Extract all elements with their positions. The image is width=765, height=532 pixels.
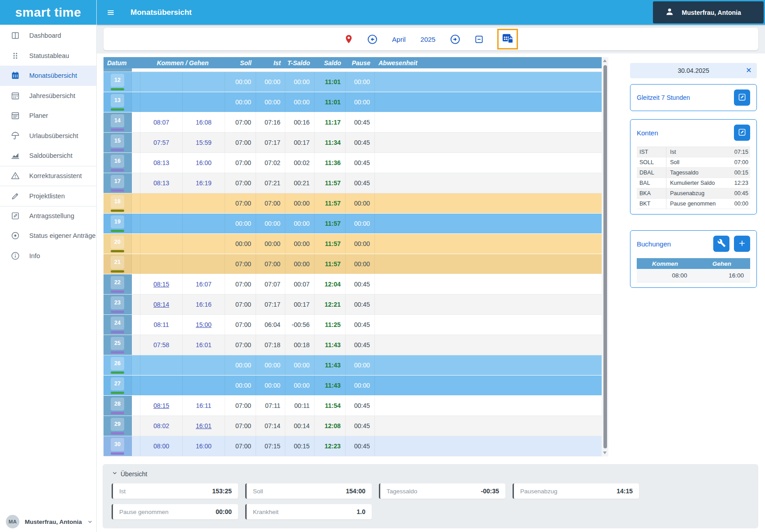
gehen-time[interactable]: 16:00 <box>196 443 212 450</box>
table-row[interactable]: 13 00:00 00:00 00:00 11:01 00:00 <box>104 92 602 112</box>
gehen-time[interactable]: 15:59 <box>196 139 212 146</box>
table-row[interactable]: 22 08:15 16:07 07:00 07:07 00:07 12:04 0… <box>104 274 602 295</box>
month-select[interactable]: April <box>391 36 406 43</box>
pen-icon <box>10 191 21 201</box>
table-row[interactable]: 14 08:07 16:08 07:00 07:16 00:16 11:17 0… <box>104 112 602 133</box>
scroll-up-icon[interactable] <box>603 59 607 62</box>
kommen-time[interactable]: 08:15 <box>153 402 169 409</box>
overview-title: Übersicht <box>121 470 147 478</box>
buchungen-col-kommen: Kommen <box>637 258 693 269</box>
kommen-time[interactable]: 08:00 <box>153 443 169 450</box>
table-row[interactable]: 21 07:00 07:00 00:00 11:57 00:00 <box>104 254 602 274</box>
kommen-time[interactable]: 07:57 <box>153 139 169 146</box>
scroll-down-icon[interactable] <box>603 452 607 454</box>
day-badge: 21 <box>111 256 124 269</box>
previous-month-icon[interactable] <box>367 34 378 45</box>
kommen-time[interactable]: 08:13 <box>153 179 169 187</box>
sidebar-item-statustableau[interactable]: Statustableau <box>0 46 96 66</box>
close-icon[interactable] <box>745 66 753 74</box>
location-pin-icon[interactable] <box>344 34 354 44</box>
buchungen-tools-button[interactable] <box>713 236 729 252</box>
gehen-time[interactable]: 16:01 <box>196 341 212 349</box>
year-select[interactable]: 2025 <box>419 36 436 43</box>
table-row[interactable]: 25 07:58 16:01 07:00 07:18 00:18 11:43 0… <box>104 335 602 355</box>
table-row[interactable]: 28 08:15 16:11 07:00 07:11 00:11 11:54 0… <box>104 396 602 416</box>
close-month-button[interactable] <box>497 29 518 49</box>
sidebar-item-planer[interactable]: Planer <box>0 106 96 126</box>
gehen-time[interactable]: 15:00 <box>196 321 212 328</box>
overview-card: Pause genommen 00:00 <box>112 504 238 519</box>
gehen-time[interactable]: 16:16 <box>196 301 212 308</box>
sidebar-item-label: Dashboard <box>29 32 61 39</box>
edit-gleitzeit-button[interactable] <box>734 89 750 106</box>
konto-value: 12:23 <box>727 180 750 186</box>
tsaldo-value: 00:21 <box>285 173 315 193</box>
buchungen-body: 08:00 16:00 <box>637 269 750 282</box>
day-status-bar <box>111 432 124 434</box>
konto-value: 07:15 <box>727 149 750 155</box>
kommen-time[interactable]: 08:07 <box>153 119 169 126</box>
sidebar-item-label: Monatsübersicht <box>29 72 77 79</box>
table-row[interactable]: 23 08:14 16:16 07:00 07:17 00:17 12:21 0… <box>104 295 602 315</box>
buchung-row[interactable]: 08:00 16:00 <box>637 269 750 282</box>
kommen-time[interactable]: 08:13 <box>153 159 169 166</box>
edit-konten-button[interactable] <box>734 125 750 141</box>
abwesenheit-cell <box>375 295 602 314</box>
add-buchung-button[interactable] <box>734 236 750 252</box>
tsaldo-value: 00:16 <box>285 112 315 132</box>
table-row[interactable]: 17 08:13 16:19 07:00 07:21 00:21 11:57 0… <box>104 173 602 193</box>
sidebar-item-urlaubs-bersicht[interactable]: Urlaubsübersicht <box>0 126 96 146</box>
sidebar-item-saldo-bersicht[interactable]: Saldoübersicht <box>0 146 96 166</box>
user-menu[interactable]: Musterfrau, Antonia <box>653 1 764 23</box>
table-row[interactable]: 20 00:00 00:00 00:00 11:57 00:00 <box>104 234 602 254</box>
soll-value: 07:00 <box>225 133 256 152</box>
sidebar-item-status-eigener-antr-ge[interactable]: Status eigener Anträge <box>0 226 96 246</box>
kommen-time[interactable]: 08:15 <box>153 281 169 288</box>
chevron-down-icon[interactable] <box>86 518 94 525</box>
tsaldo-value: 00:02 <box>285 153 315 173</box>
saldo-value: 11:25 <box>315 315 346 335</box>
collapse-icon[interactable] <box>474 34 484 45</box>
sidebar-item-projektlisten[interactable]: Projektlisten <box>0 186 96 206</box>
hamburger-menu-icon[interactable] <box>106 8 115 17</box>
next-month-icon[interactable] <box>450 34 461 45</box>
table-row[interactable]: 12 00:00 00:00 00:00 11:01 00:00 <box>104 72 602 92</box>
kommen-time[interactable]: 08:11 <box>154 321 169 328</box>
gehen-time[interactable]: 16:07 <box>196 281 212 288</box>
sidebar-item-korrekturassistent[interactable]: Korrekturassistent <box>0 166 96 186</box>
table-row[interactable]: 19 00:00 00:00 00:00 11:57 00:00 <box>104 214 602 234</box>
table-row[interactable]: 18 07:00 07:00 00:00 11:57 00:00 <box>104 193 602 214</box>
kommen-time[interactable]: 07:58 <box>153 341 169 349</box>
sidebar-item-monats-bersicht[interactable]: Monatsübersicht <box>0 66 96 86</box>
sidebar-item-antragsstellung[interactable]: Antragsstellung <box>0 206 96 226</box>
table-row[interactable]: 26 00:00 00:00 00:00 11:43 00:00 <box>104 355 602 376</box>
overview-card-value: -00:35 <box>481 487 499 495</box>
table-row[interactable]: 30 08:00 16:00 07:00 07:15 00:15 12:23 0… <box>104 436 602 456</box>
table-row[interactable]: 27 00:00 00:00 00:00 11:43 00:00 <box>104 376 602 396</box>
kommen-time[interactable]: 08:14 <box>153 301 169 308</box>
gehen-time[interactable]: 16:11 <box>196 402 212 409</box>
table-row[interactable]: 15 07:57 15:59 07:00 07:17 00:17 11:34 0… <box>104 133 602 153</box>
sidebar-user[interactable]: MA Musterfrau, Antonia <box>0 511 96 532</box>
konto-name: Kumulierter Saldo <box>666 180 727 186</box>
gehen-time[interactable]: 16:00 <box>196 159 212 166</box>
soll-value: 07:00 <box>225 335 256 355</box>
table-row[interactable]: 16 08:13 16:00 07:00 07:02 00:02 11:36 0… <box>104 153 602 173</box>
overview-toggle[interactable]: Übersicht <box>112 470 749 478</box>
gehen-time[interactable]: 16:19 <box>196 179 212 187</box>
gehen-time[interactable]: 16:01 <box>196 422 212 429</box>
kommen-time[interactable]: 08:02 <box>153 422 169 429</box>
sidebar-item-info[interactable]: Info <box>0 246 96 266</box>
sidebar-item-jahres-bersicht[interactable]: Jahresübersicht <box>0 86 96 106</box>
info-icon <box>10 250 21 261</box>
scrollbar-thumb[interactable] <box>603 65 607 448</box>
table-row[interactable]: 29 08:02 16:01 07:00 07:14 00:14 12:08 0… <box>104 416 602 436</box>
abwesenheit-cell <box>375 254 602 274</box>
sidebar-item-dashboard[interactable]: Dashboard <box>0 26 96 46</box>
table-row[interactable]: 24 08:11 15:00 07:00 06:04 -00:56 11:25 … <box>104 315 602 335</box>
gehen-time[interactable]: 16:08 <box>196 119 212 126</box>
day-badge: 19 <box>111 215 124 228</box>
sidebar-item-label: Planer <box>29 112 48 119</box>
day-cell: 28 <box>104 396 132 416</box>
table-scrollbar[interactable] <box>602 57 608 456</box>
